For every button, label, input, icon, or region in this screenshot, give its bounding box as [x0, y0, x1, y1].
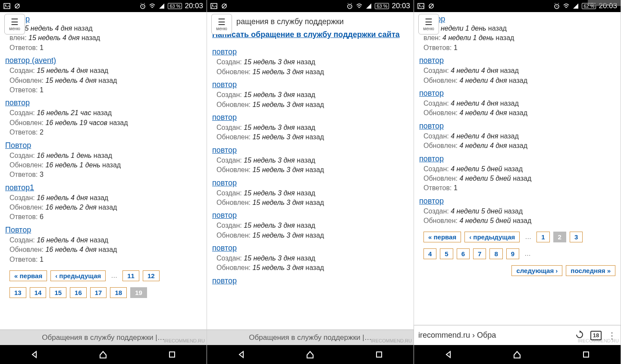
- ticket-link[interactable]: Повтор: [5, 226, 31, 235]
- recent-button[interactable]: [580, 348, 592, 361]
- ticket-meta: Создан: 15 недель 3 дня назадОбновлен: 1…: [212, 123, 408, 142]
- page-8[interactable]: 8: [489, 248, 502, 259]
- page-2[interactable]: 2: [553, 232, 566, 242]
- home-button[interactable]: [511, 348, 523, 361]
- page-12[interactable]: 12: [143, 270, 160, 281]
- pagination: « первая‹ предыдущая…123: [419, 232, 615, 242]
- page-3[interactable]: 3: [570, 232, 583, 242]
- page-17[interactable]: 17: [90, 287, 107, 298]
- svg-rect-5: [169, 352, 175, 357]
- page-ellipsis: …: [109, 270, 119, 281]
- ticket-meta: Создан: 16 недель 1 день назадОбновлен: …: [5, 151, 201, 180]
- home-button[interactable]: [97, 348, 109, 361]
- pagination: « первая‹ предыдущая…1112: [5, 270, 201, 281]
- page-14[interactable]: 14: [30, 287, 47, 298]
- ticket-meta: Создан: 16 недель 4 дня назадОбновлен: 1…: [5, 235, 201, 264]
- ticket-link[interactable]: повтор: [5, 98, 30, 107]
- ticket-link[interactable]: повтор: [212, 47, 237, 56]
- ticket-meta: Создан: 4 недели 4 дня назадОбновлен: 4 …: [419, 132, 615, 151]
- ticket-link[interactable]: повтор: [419, 89, 444, 98]
- screenshot-2: 63 % 20:03 ☰ меню ращения в службу подде…: [207, 0, 414, 364]
- watermark: IRECOMMEND.RU: [578, 338, 619, 343]
- hamburger-icon: ☰: [11, 18, 19, 26]
- no-location-icon: [428, 3, 435, 9]
- wifi-icon: [563, 3, 570, 9]
- recent-button[interactable]: [373, 348, 385, 361]
- ticket-link[interactable]: повтор: [212, 146, 237, 155]
- android-nav-bar: [414, 345, 621, 364]
- menu-button[interactable]: ☰ меню: [211, 14, 232, 35]
- wifi-icon: [356, 3, 363, 9]
- page-ellipsis: …: [523, 232, 533, 242]
- page-18[interactable]: 18: [110, 287, 127, 298]
- ticket-meta: ан: 15 недель 4 дня назадвлен: 15 недель…: [5, 24, 201, 53]
- page-15[interactable]: 15: [50, 287, 66, 298]
- back-button[interactable]: [442, 348, 455, 361]
- picture-icon: [417, 3, 424, 9]
- menu-label: меню: [9, 26, 20, 31]
- ticket-meta: Создан: 15 недель 3 дня назадОбновлен: 1…: [212, 57, 408, 77]
- ticket-link[interactable]: повтор: [212, 80, 237, 89]
- ticket-link[interactable]: повтор: [212, 244, 237, 253]
- svg-point-7: [212, 5, 213, 6]
- signal-icon: [158, 3, 165, 9]
- ticket-link[interactable]: повтор: [419, 56, 444, 65]
- write-request-link[interactable]: Написать обращение в службу поддержки са…: [212, 30, 408, 40]
- no-location-icon: [14, 3, 21, 9]
- hamburger-icon: ☰: [218, 18, 226, 26]
- ticket-meta: Создан: 15 недель 4 дня назадОбновлен: 1…: [5, 66, 201, 95]
- ticket-meta: Создан: 15 недель 3 дня назадОбновлен: 1…: [212, 90, 408, 110]
- ticket-link[interactable]: повтор: [419, 197, 444, 206]
- page-next[interactable]: следующая ›: [511, 265, 562, 276]
- page-9[interactable]: 9: [506, 248, 519, 259]
- back-button[interactable]: [28, 348, 41, 361]
- page-6[interactable]: 6: [457, 248, 470, 259]
- page-prev[interactable]: ‹ предыдущая: [50, 270, 106, 281]
- page-ellipsis: …: [523, 248, 533, 259]
- status-bar: 63 % 20:03: [207, 0, 414, 12]
- page-13[interactable]: 13: [9, 287, 26, 298]
- ticket-meta: Создан: 4 недели 5 дней назадОбновлен: 4…: [419, 207, 615, 226]
- ticket-link[interactable]: повтор: [419, 122, 444, 131]
- pagination-row3: следующая ›последняя »: [419, 265, 615, 276]
- recent-button[interactable]: [166, 348, 178, 361]
- ticket-link[interactable]: повтор1: [5, 183, 34, 192]
- ticket-link[interactable]: повтор: [212, 179, 237, 188]
- svg-point-1: [5, 5, 6, 6]
- ticket-meta: Создан: 16 недель 21 час назадОбновлен: …: [5, 108, 201, 137]
- watermark: IRECOMMEND.RU: [164, 338, 205, 343]
- page-last[interactable]: последняя »: [566, 265, 615, 276]
- page-7[interactable]: 7: [473, 248, 486, 259]
- wifi-icon: [149, 3, 156, 9]
- ticket-link-cut[interactable]: повтор: [212, 276, 237, 286]
- clock: 20:03: [185, 2, 203, 10]
- menu-label: меню: [216, 26, 227, 31]
- ticket-link[interactable]: повтор (avent): [5, 56, 56, 65]
- page-1[interactable]: 1: [536, 232, 549, 242]
- page-prev[interactable]: ‹ предыдущая: [464, 232, 520, 242]
- svg-rect-17: [583, 352, 589, 357]
- svg-point-13: [419, 5, 420, 6]
- back-button[interactable]: [235, 348, 248, 361]
- alarm-icon: [346, 3, 353, 9]
- page-5[interactable]: 5: [440, 248, 453, 259]
- ticket-link[interactable]: повтор: [212, 113, 237, 122]
- page-19[interactable]: 19: [130, 287, 147, 298]
- ticket-link[interactable]: Повтор: [5, 141, 31, 150]
- menu-button[interactable]: ☰ меню: [4, 14, 25, 35]
- ticket-link[interactable]: повтор: [419, 154, 444, 163]
- corner-tag: Суриманская: [588, 0, 621, 6]
- no-location-icon: [221, 3, 228, 9]
- content-area: ращения в службу поддержки Написать обра…: [207, 12, 414, 364]
- menu-button[interactable]: ☰ меню: [418, 14, 439, 35]
- page-first[interactable]: « первая: [9, 270, 47, 281]
- page-first[interactable]: « первая: [423, 232, 461, 242]
- home-button[interactable]: [304, 348, 316, 361]
- url-field[interactable]: irecommend.ru › Обра: [418, 331, 569, 340]
- ticket-meta: Создан: 16 недель 4 дня назадОбновлен: 1…: [5, 193, 201, 222]
- page-4[interactable]: 4: [423, 248, 436, 259]
- page-11[interactable]: 11: [122, 270, 139, 281]
- pagination-row2: 456789…: [419, 248, 615, 259]
- ticket-link[interactable]: повтор: [212, 211, 237, 220]
- page-16[interactable]: 16: [70, 287, 87, 298]
